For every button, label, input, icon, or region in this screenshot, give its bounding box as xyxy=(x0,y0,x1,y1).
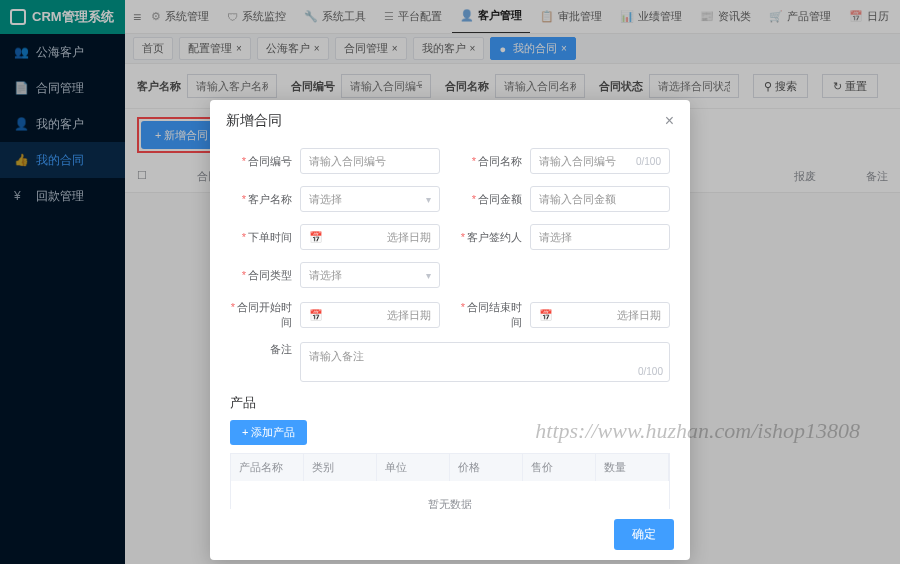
calendar-icon: 📅 xyxy=(539,309,553,322)
modal-close-icon[interactable]: × xyxy=(665,112,674,130)
field-order-time-date[interactable]: 📅 选择日期 xyxy=(300,224,440,250)
product-table-empty: 暂无数据 xyxy=(231,481,669,509)
field-start-label: 合同开始时间 xyxy=(230,300,300,330)
field-end-label: 合同结束时间 xyxy=(460,300,530,330)
field-signer-select[interactable]: 请选择 xyxy=(530,224,670,250)
calendar-icon: 📅 xyxy=(309,309,323,322)
field-customer-label: 客户名称 xyxy=(230,192,300,207)
field-customer-select[interactable]: 请选择▾ xyxy=(300,186,440,212)
pt-col-sale: 售价 xyxy=(523,454,596,481)
field-contract-name-label: 合同名称 xyxy=(460,154,530,169)
pt-col-qty: 数量 xyxy=(596,454,669,481)
field-type-select[interactable]: 请选择▾ xyxy=(300,262,440,288)
field-amount-input[interactable]: 请输入合同金额 xyxy=(530,186,670,212)
modal-title: 新增合同 xyxy=(226,112,282,130)
chevron-down-icon: ▾ xyxy=(426,194,431,205)
product-section-title: 产品 xyxy=(230,394,670,412)
pt-col-name: 产品名称 xyxy=(231,454,304,481)
pt-col-unit: 单位 xyxy=(377,454,450,481)
field-remark-textarea[interactable]: 请输入备注0/100 xyxy=(300,342,670,382)
calendar-icon: 📅 xyxy=(309,231,323,244)
chevron-down-icon: ▾ xyxy=(426,270,431,281)
pt-col-price: 价格 xyxy=(450,454,523,481)
modal-overlay[interactable]: 新增合同 × 合同编号请输入合同编号 合同名称请输入合同编号0/100 客户名称… xyxy=(0,0,900,564)
field-contract-name-input[interactable]: 请输入合同编号0/100 xyxy=(530,148,670,174)
pt-col-cat: 类别 xyxy=(304,454,377,481)
product-table: 产品名称 类别 单位 价格 售价 数量 暂无数据 xyxy=(230,453,670,509)
field-order-time-label: 下单时间 xyxy=(230,230,300,245)
field-contract-no-input[interactable]: 请输入合同编号 xyxy=(300,148,440,174)
add-product-button[interactable]: + 添加产品 xyxy=(230,420,307,445)
product-table-header: 产品名称 类别 单位 价格 售价 数量 xyxy=(231,454,669,481)
field-signer-label: 客户签约人 xyxy=(460,230,530,245)
confirm-button[interactable]: 确定 xyxy=(614,519,674,550)
field-type-label: 合同类型 xyxy=(230,268,300,283)
field-remark-label: 备注 xyxy=(230,342,300,357)
field-amount-label: 合同金额 xyxy=(460,192,530,207)
field-start-date[interactable]: 📅 选择日期 xyxy=(300,302,440,328)
field-contract-no-label: 合同编号 xyxy=(230,154,300,169)
field-end-date[interactable]: 📅 选择日期 xyxy=(530,302,670,328)
add-contract-modal: 新增合同 × 合同编号请输入合同编号 合同名称请输入合同编号0/100 客户名称… xyxy=(210,100,690,560)
